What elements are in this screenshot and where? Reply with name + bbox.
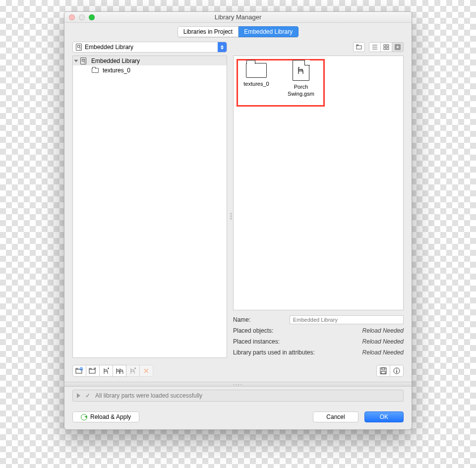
- check-icon: ✓: [85, 392, 90, 399]
- window-title: Library Manager: [215, 13, 262, 21]
- placed-objects-value: Reload Needed: [362, 327, 404, 334]
- attributes-label: Library parts used in attributes:: [233, 349, 315, 356]
- tab-libraries-in-project[interactable]: Libraries in Project: [178, 26, 238, 37]
- export-folder-button[interactable]: [86, 365, 100, 377]
- dropdown-stepper-icon: [218, 42, 227, 52]
- tree-child-label: textures_0: [103, 67, 130, 74]
- view-toolbar: [233, 42, 404, 53]
- tree-root-label: Embedded Library: [91, 58, 140, 64]
- tree-root-row[interactable]: Embedded Library: [73, 56, 227, 65]
- name-input[interactable]: [290, 315, 404, 324]
- svg-rect-4: [384, 45, 386, 47]
- library-manager-window: Library Manager Libraries in Project Emb…: [64, 11, 412, 430]
- x-icon: ✕: [143, 367, 149, 375]
- reload-apply-button[interactable]: Reload & Apply: [72, 411, 139, 422]
- reload-icon: [81, 414, 87, 420]
- splitter-grip[interactable]: [64, 382, 412, 387]
- action-toolbar: ✕: [72, 363, 404, 379]
- svg-rect-0: [357, 46, 361, 49]
- svg-rect-16: [382, 368, 385, 370]
- ok-button[interactable]: OK: [364, 411, 404, 422]
- add-object-button[interactable]: [99, 365, 113, 377]
- status-message: All library parts were loaded successful…: [95, 392, 202, 399]
- svg-rect-17: [381, 371, 385, 374]
- window-controls: [69, 14, 95, 20]
- svg-rect-6: [384, 48, 386, 50]
- attributes-value: Reload Needed: [362, 349, 404, 356]
- library-icon: [76, 44, 82, 51]
- svg-rect-7: [387, 48, 389, 50]
- disclosure-triangle-icon[interactable]: [74, 59, 78, 62]
- reload-label: Reload & Apply: [90, 413, 131, 420]
- export-object-button: [126, 365, 140, 377]
- placed-instances-value: Reload Needed: [362, 338, 404, 345]
- svg-rect-5: [387, 45, 389, 47]
- svg-rect-9: [396, 46, 399, 49]
- up-folder-button[interactable]: [353, 42, 365, 52]
- delete-button: ✕: [139, 365, 153, 377]
- chair-icon: [297, 66, 305, 75]
- name-label: Name:: [233, 316, 250, 323]
- svg-point-19: [396, 369, 397, 370]
- info-button[interactable]: [390, 365, 404, 377]
- add-folder-button[interactable]: [72, 365, 86, 377]
- tab-bar: Libraries in Project Embedded Library: [64, 23, 412, 42]
- save-button[interactable]: [376, 365, 390, 377]
- tab-embedded-library[interactable]: Embedded Library: [238, 26, 298, 37]
- tree-child-row[interactable]: textures_0: [73, 65, 227, 75]
- close-window-button[interactable]: [69, 14, 75, 20]
- titlebar: Library Manager: [64, 12, 412, 23]
- view-small-icons-button[interactable]: [380, 42, 392, 52]
- details-panel: Name: Placed objects: Reload Needed Plac…: [233, 314, 404, 358]
- disclosure-icon[interactable]: [77, 393, 80, 398]
- status-bar: ✓ All library parts were loaded successf…: [72, 390, 404, 402]
- cancel-label: Cancel: [326, 413, 345, 420]
- library-tree[interactable]: Embedded Library textures_0: [72, 56, 227, 358]
- footer: Reload & Apply Cancel OK: [64, 410, 412, 429]
- ok-label: OK: [380, 413, 388, 420]
- save-icon: [380, 367, 387, 374]
- placed-objects-label: Placed objects:: [233, 327, 273, 334]
- svg-rect-10: [76, 369, 82, 373]
- pane-resize-handle[interactable]: [230, 213, 233, 220]
- info-icon: [393, 367, 400, 374]
- folder-icon: [246, 63, 267, 78]
- view-large-icons-button[interactable]: [392, 42, 404, 52]
- library-dropdown[interactable]: Embedded Library: [72, 42, 227, 53]
- view-list-button[interactable]: [369, 42, 381, 52]
- multi-object-button[interactable]: [113, 365, 126, 377]
- items-grid[interactable]: textures_0 Porch Swing.gsm: [233, 56, 404, 310]
- dropdown-label: Embedded Library: [85, 44, 133, 51]
- cancel-button[interactable]: Cancel: [313, 411, 358, 422]
- folder-icon: [92, 68, 99, 73]
- svg-rect-14: [89, 369, 95, 373]
- document-icon: [293, 60, 309, 81]
- library-icon: [80, 58, 86, 64]
- zoom-window-button[interactable]: [89, 14, 95, 20]
- placed-instances-label: Placed instances:: [233, 338, 280, 345]
- minimize-window-button[interactable]: [79, 14, 85, 20]
